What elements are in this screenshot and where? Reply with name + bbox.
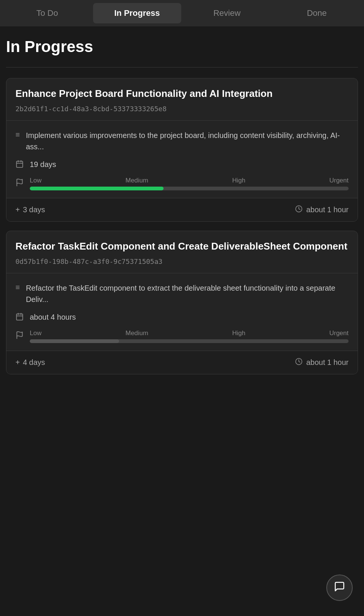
plus-icon-2: +	[15, 358, 20, 367]
card-1-description-text: Implement various improvements to the pr…	[26, 130, 349, 152]
card-2-add-days[interactable]: + 4 days	[15, 358, 45, 367]
tab-todo[interactable]: To Do	[3, 3, 92, 23]
card-2-footer: + 4 days about 1 hour	[6, 351, 358, 374]
card-1-body: ≡ Implement various improvements to the …	[6, 121, 358, 198]
card-2-description-row: ≡ Refactor the TaskEdit component to ext…	[15, 282, 349, 305]
card-2-priority-content: Low Medium High Urgent	[30, 329, 349, 343]
calendar-icon-2	[15, 313, 24, 322]
card-1-footer: + 3 days about 1 hour	[6, 198, 358, 221]
card-1-duration-text: 19 days	[30, 160, 56, 169]
card-1-priority-labels: Low Medium High Urgent	[30, 177, 349, 184]
card-2-priority-fill	[30, 339, 119, 343]
card-2-duration-row: about 4 hours	[15, 313, 349, 322]
tab-inprogress[interactable]: In Progress	[93, 3, 182, 23]
card-2-duration-text: about 4 hours	[30, 313, 76, 322]
svg-rect-6	[17, 314, 23, 320]
card-1-time: about 1 hour	[295, 205, 349, 215]
card-1-title: Enhance Project Board Functionality and …	[15, 87, 349, 100]
priority-label-urgent-2: Urgent	[329, 329, 349, 337]
card-1-time-text: about 1 hour	[306, 205, 349, 214]
main-content: In Progress Enhance Project Board Functi…	[0, 26, 364, 391]
tab-bar: To Do In Progress Review Done	[0, 0, 364, 26]
description-icon-2: ≡	[15, 283, 20, 292]
card-2-priority-labels: Low Medium High Urgent	[30, 329, 349, 337]
priority-label-low-2: Low	[30, 329, 41, 337]
card-1-header: Enhance Project Board Functionality and …	[6, 78, 358, 121]
plus-icon: +	[15, 205, 20, 214]
card-1-add-days[interactable]: + 3 days	[15, 205, 45, 214]
priority-label-high-2: High	[232, 329, 245, 337]
card-1-description-row: ≡ Implement various improvements to the …	[15, 130, 349, 152]
card-2-uuid: 0d57b1f0-198b-487c-a3f0-9c75371505a3	[15, 257, 349, 265]
section-divider	[6, 67, 358, 67]
card-2-time: about 1 hour	[295, 358, 349, 367]
svg-rect-0	[17, 161, 23, 167]
priority-label-high: High	[232, 177, 245, 184]
priority-label-medium: Medium	[125, 177, 148, 184]
card-2-body: ≡ Refactor the TaskEdit component to ext…	[6, 273, 358, 351]
clock-icon-2	[295, 358, 303, 367]
calendar-icon	[15, 160, 24, 169]
card-2-priority-row: Low Medium High Urgent	[15, 329, 349, 343]
flag-icon-2	[15, 331, 24, 341]
card-2-priority-bar	[30, 339, 349, 343]
card-1-duration-row: 19 days	[15, 160, 349, 169]
task-card-1[interactable]: Enhance Project Board Functionality and …	[6, 78, 358, 222]
tab-review[interactable]: Review	[183, 3, 271, 23]
card-2-title: Refactor TaskEdit Component and Create D…	[15, 240, 349, 253]
card-1-priority-content: Low Medium High Urgent	[30, 177, 349, 190]
priority-label-urgent: Urgent	[329, 177, 349, 184]
priority-label-medium-2: Medium	[125, 329, 148, 337]
tab-done[interactable]: Done	[273, 3, 361, 23]
flag-icon	[15, 178, 24, 188]
clock-icon	[295, 205, 303, 215]
description-icon: ≡	[15, 130, 20, 139]
card-2-description-text: Refactor the TaskEdit component to extra…	[26, 282, 349, 305]
card-1-uuid: 2b2d61f1-cc1d-48a3-8cbd-53373333265e8	[15, 105, 349, 113]
priority-label-low: Low	[30, 177, 41, 184]
card-2-add-days-text: 4 days	[23, 358, 45, 367]
task-card-2[interactable]: Refactor TaskEdit Component and Create D…	[6, 231, 358, 374]
chat-fab-icon	[334, 581, 345, 595]
card-1-add-days-text: 3 days	[23, 205, 45, 214]
card-2-time-text: about 1 hour	[306, 358, 349, 367]
card-1-priority-row: Low Medium High Urgent	[15, 177, 349, 190]
card-2-header: Refactor TaskEdit Component and Create D…	[6, 231, 358, 273]
card-1-priority-bar	[30, 187, 349, 190]
card-1-priority-fill	[30, 187, 164, 190]
section-title: In Progress	[6, 34, 358, 60]
chat-fab-button[interactable]	[326, 575, 353, 601]
